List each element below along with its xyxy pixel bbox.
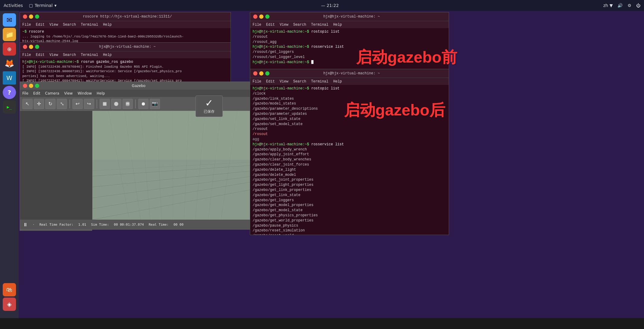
gazebo-viewport[interactable] bbox=[92, 111, 253, 220]
sidebar-icon-firefox[interactable]: 🦊 bbox=[3, 57, 16, 70]
close-button[interactable] bbox=[253, 71, 257, 76]
menu-edit[interactable]: Edit bbox=[33, 91, 40, 95]
sidebar-icon-files[interactable]: 📁 bbox=[3, 28, 16, 41]
menu-view[interactable]: View bbox=[64, 91, 72, 95]
translate-tool-button[interactable]: ✛ bbox=[34, 99, 44, 109]
sidebar-icon-terminal[interactable]: ▶_ bbox=[3, 100, 16, 114]
terminal-title: hjx@hjx-virtual-machine: ~ bbox=[323, 71, 380, 76]
terminal-right-before-titlebar[interactable]: hjx@hjx-virtual-machine: ~ bbox=[250, 12, 449, 21]
svg-rect-22 bbox=[92, 111, 253, 160]
maximize-button[interactable] bbox=[35, 15, 39, 19]
menu-edit[interactable]: Edit bbox=[36, 23, 45, 27]
box-shape-button[interactable] bbox=[100, 99, 110, 109]
menu-window[interactable]: Window bbox=[78, 91, 92, 95]
chevron-down-icon: ▾ bbox=[54, 3, 56, 8]
menu-search[interactable]: Search bbox=[293, 79, 306, 84]
close-button[interactable] bbox=[23, 45, 27, 49]
sidebar-icon-synaptic[interactable]: ⊕ bbox=[3, 42, 16, 56]
close-button[interactable] bbox=[23, 15, 27, 19]
menu-view[interactable]: View bbox=[49, 53, 58, 57]
maximize-button[interactable] bbox=[35, 84, 39, 88]
pause-button[interactable]: ⏸ bbox=[23, 222, 28, 227]
menu-edit[interactable]: Edit bbox=[266, 23, 275, 27]
terminal-gazebo-ros-titlebar[interactable]: hjx@hjx-virtual-machine: ~ bbox=[20, 43, 231, 51]
minimize-button[interactable] bbox=[29, 15, 33, 19]
record-button[interactable]: ⏺ bbox=[138, 99, 148, 109]
screenshot-button[interactable]: 📷 bbox=[150, 99, 160, 109]
menu-edit[interactable]: Edit bbox=[266, 79, 275, 84]
terminal-right-after-titlebar[interactable]: hjx@hjx-virtual-machine: ~ bbox=[250, 69, 449, 78]
menu-help[interactable]: Help bbox=[97, 91, 105, 95]
close-button[interactable] bbox=[23, 84, 27, 88]
activities-button[interactable]: Activities bbox=[4, 3, 23, 8]
output-line: hjx@hjx-virtual-machine:~$ rostopic list bbox=[253, 86, 446, 91]
terminal-taskbar-button[interactable]: ▢ Terminal ▾ bbox=[29, 3, 56, 8]
menu-edit[interactable]: Edit bbox=[36, 53, 45, 57]
top-bar: Activities ▢ Terminal ▾ — 21:22 zh ▼ 🔊 ⚙… bbox=[0, 0, 644, 11]
menu-help[interactable]: Help bbox=[103, 53, 112, 57]
menu-help[interactable]: Help bbox=[103, 23, 112, 27]
maximize-button[interactable] bbox=[265, 15, 269, 19]
menu-help[interactable]: Help bbox=[333, 23, 342, 27]
minimize-button[interactable] bbox=[259, 71, 263, 76]
output-line: /gazebo/get_light_properties bbox=[253, 182, 446, 188]
menu-terminal[interactable]: Terminal bbox=[311, 23, 329, 27]
settings-icon[interactable]: ⚙ bbox=[627, 3, 631, 8]
gazebo-title: Gazebo bbox=[132, 84, 145, 88]
close-button[interactable] bbox=[253, 15, 257, 19]
top-bar-left: Activities ▢ Terminal ▾ bbox=[4, 3, 56, 8]
volume-icon[interactable]: 🔊 bbox=[617, 3, 623, 8]
cylinder-shape-button[interactable] bbox=[123, 99, 133, 109]
menu-search[interactable]: Search bbox=[63, 23, 76, 27]
menu-view[interactable]: View bbox=[280, 79, 289, 84]
toolbar-separator-3 bbox=[135, 99, 136, 108]
window-controls bbox=[23, 15, 39, 19]
maximize-button[interactable] bbox=[35, 45, 39, 49]
sidebar-icon-email[interactable]: ✉ bbox=[3, 13, 16, 27]
terminal-menubar: File Edit View Search Terminal Help bbox=[250, 78, 449, 85]
menu-terminal[interactable]: Terminal bbox=[81, 23, 98, 27]
language-selector[interactable]: zh ▼ bbox=[603, 3, 613, 8]
redo-button[interactable]: ↪ bbox=[84, 99, 94, 109]
menu-terminal[interactable]: Terminal bbox=[81, 53, 98, 57]
menu-file[interactable]: File bbox=[253, 79, 261, 84]
menu-view[interactable]: View bbox=[49, 23, 58, 27]
power-icon[interactable]: ⏻ bbox=[636, 3, 640, 8]
sidebar-icon-software[interactable]: 🛍 bbox=[3, 283, 16, 296]
menu-camera[interactable]: Camera bbox=[45, 91, 59, 95]
top-bar-time: — 21:22 bbox=[321, 3, 339, 8]
minimize-button[interactable] bbox=[259, 15, 263, 19]
output-line: /gazebo/delete_model bbox=[253, 173, 446, 178]
select-tool-button[interactable]: ↖ bbox=[22, 99, 33, 109]
output-line: /gazebo/set_model_state bbox=[253, 122, 446, 127]
sidebar-icon-libreoffice-writer[interactable]: W bbox=[3, 71, 16, 85]
gazebo-titlebar[interactable]: Gazebo bbox=[20, 82, 253, 90]
real-time-factor-value: 1.01 bbox=[78, 223, 86, 227]
scale-tool-button[interactable]: ⤡ bbox=[57, 99, 67, 109]
sidebar-icon-layers[interactable]: ◈ bbox=[3, 298, 16, 311]
sphere-shape-button[interactable] bbox=[111, 99, 121, 109]
menu-file[interactable]: File bbox=[253, 23, 261, 27]
menu-search[interactable]: Search bbox=[293, 23, 306, 27]
menu-help[interactable]: Help bbox=[333, 79, 342, 84]
sidebar-icon-help[interactable]: ? bbox=[3, 86, 16, 99]
undo-button[interactable]: ↩ bbox=[72, 99, 83, 109]
terminal-title: hjx@hjx-virtual-machine: ~ bbox=[99, 45, 155, 49]
minimize-button[interactable] bbox=[29, 84, 33, 88]
menu-file[interactable]: File bbox=[22, 23, 31, 27]
menu-file[interactable]: File bbox=[22, 91, 28, 95]
real-time-value: 00 00 bbox=[174, 223, 183, 227]
terminal-icon: ▢ bbox=[29, 3, 33, 8]
output-line: /gazebo/reset_simulation bbox=[253, 228, 446, 233]
output-line: /gazebo/reset_world bbox=[253, 233, 446, 235]
terminal-roscore-titlebar[interactable]: roscore http://hjx-virtual-machine:11311… bbox=[20, 12, 231, 21]
terminal-menubar: File Edit View Search Terminal Help bbox=[250, 21, 449, 28]
menu-file[interactable]: File bbox=[22, 53, 31, 57]
menu-terminal[interactable]: Terminal bbox=[311, 79, 329, 84]
menu-search[interactable]: Search bbox=[63, 53, 76, 57]
output-line: /gazebo/get_physics_properties bbox=[253, 213, 446, 218]
maximize-button[interactable] bbox=[265, 71, 269, 76]
rotate-tool-button[interactable]: ↻ bbox=[45, 99, 56, 109]
minimize-button[interactable] bbox=[29, 45, 33, 49]
menu-view[interactable]: View bbox=[280, 23, 289, 27]
